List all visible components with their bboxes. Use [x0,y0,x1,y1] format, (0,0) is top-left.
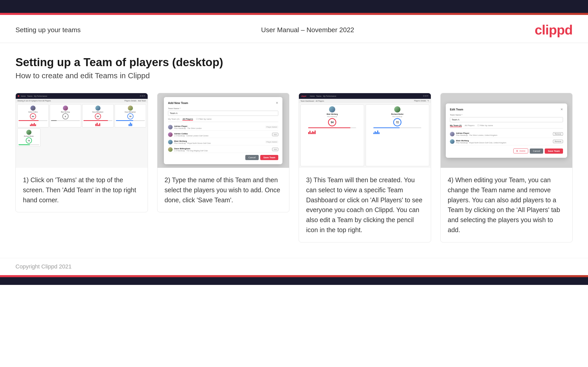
player-item-3: Blair McHarg Plus Handicap · Royal North… [168,139,278,145]
score-1: 84 [30,113,36,119]
edit-player-name-2: Blair McHarg [456,139,552,142]
card2-screenshot: Add New Team ✕ Team Name * My Team (2) A… [157,93,289,168]
player-action-2[interactable]: Add [272,133,278,136]
player-name-1: Adrian Collins [28,111,38,113]
player-club-3: Plus Handicap · Royal North Devon Golf C… [174,142,264,144]
score-3: 94 [95,113,101,119]
dash-nav-text: Home Teams My Performance [21,95,47,97]
card3-screenshot: clippd Home Teams My Performance ⊡ ⊟ ✕ T… [299,93,431,168]
card3-player-2: Richard Butler Plus Handicap 72 [366,104,429,166]
edit-tab-my-team[interactable]: My Team (2) [450,124,462,127]
copyright-text: Copyright Clippd 2021 [15,263,72,270]
player-item-1: Adrian Player Plus Handicap · The Shire … [168,124,278,130]
player-name-4: Dave Billingham [174,147,271,150]
edit-cancel-button[interactable]: Cancel [530,148,543,154]
card-4: Edit Team ✕ Team Name * My Team (2) All … [440,93,573,242]
edit-save-team-button[interactable]: Save Team [545,148,563,154]
edit-player-club-1: Plus Handicap · The Shire London, United… [456,134,552,136]
card-1: Home Teams My Performance ⊡ ⊟ ✕ Viewing … [15,93,148,212]
remove-player-2-button[interactable]: Remove [553,140,563,143]
card-2: Add New Team ✕ Team Name * My Team (2) A… [157,93,290,212]
card3-body: Blair McHarg Plus Handicap 94 [299,103,431,168]
team-name-label: Team Name * [168,107,278,110]
dialog-tabs: My Team (2) All Players ☐ Filter by name [168,118,278,122]
player-avatar-4 [128,106,133,111]
edit-tab-all-players[interactable]: All Players [465,124,475,127]
card3-detail-2: Plus Handicap [392,116,402,117]
player-club-1: Plus Handicap · The Shire London [174,127,264,129]
card1-screenshot: Home Teams My Performance ⊡ ⊟ ✕ Viewing … [16,93,148,168]
card3-chart-1 [308,130,356,134]
player-name-1: Adrian Player [174,125,264,127]
player-mini-5: Richard Butler 72 [17,128,40,146]
edit-dialog-tabs: My Team (2) All Players ☐ Filter by name [450,124,563,128]
bar-4 [116,120,145,121]
player-name-2: Blair McHarg [61,111,70,113]
score-5: 72 [26,137,32,144]
card3-bar-2 [373,127,421,128]
player-avatar-3 [95,106,100,111]
dialog-header: Add New Team ✕ [168,101,278,105]
edit-dialog-background: Edit Team ✕ Team Name * My Team (2) All … [441,93,573,168]
trash-icon: 🗑 [516,150,518,152]
card-3: clippd Home Teams My Performance ⊡ ⊟ ✕ T… [299,93,431,242]
dashboard-mockup: Home Teams My Performance ⊡ ⊟ ✕ Viewing … [16,93,148,168]
player-name-3: Blair McHarg [174,140,264,142]
delete-team-button[interactable]: 🗑 Delete [513,148,528,153]
save-team-button[interactable]: Save Team [260,155,278,160]
edit-team-name-input[interactable] [450,117,563,122]
edit-dialog-footer: 🗑 Delete Cancel Save Team [450,148,563,154]
edit-dialog-header: Edit Team ✕ [450,108,563,111]
filter-checkbox[interactable]: ☐ Filter by name [196,118,212,121]
cards-row: Home Teams My Performance ⊡ ⊟ ✕ Viewing … [15,93,573,242]
header-section-label: Setting up your teams [15,26,81,34]
player-club-4: 1.5 Handicap · The Dog Maging Golf Club [174,150,271,152]
card3-text: 3) This Team will then be created. You c… [299,168,431,242]
dash-icons: ⊡ ⊟ ✕ [140,95,146,97]
edit-player-name-1: Adrian Player [456,132,552,134]
bar-1 [19,120,47,121]
accent-bar-top [0,13,588,15]
team-name-input[interactable] [168,111,278,116]
card3-avatar-2 [394,106,400,112]
edit-filter-checkbox[interactable]: ☐ Filter by name [477,124,493,127]
tab-my-team[interactable]: My Team (2) [168,118,179,121]
logo-dot [18,95,19,97]
header-manual-label: User Manual – November 2022 [261,26,354,34]
player-avatar-5 [26,130,31,135]
card3-bar-1 [308,127,356,128]
chart-1 [30,122,36,126]
dialog-close-icon[interactable]: ✕ [276,101,278,105]
card3-player-1: Blair McHarg Plus Handicap 94 [300,104,364,166]
bottom-bar [0,277,588,285]
edit-player-row-1: Adrian Player Plus Handicap · The Shire … [450,130,563,138]
player-row-2: Richard Butler 72 [17,128,146,146]
edit-player-row-2: Blair McHarg Plus Handicap · Royal North… [450,138,563,145]
player-action-4[interactable]: Add [272,148,278,151]
card3-name-1: Blair McHarg [327,113,338,115]
player-mini-3: Dave Billingham 94 [82,104,114,127]
remove-player-1-button[interactable]: Remove [553,132,563,136]
player-action-1: Player Added [265,126,279,128]
player-list: Adrian Player Plus Handicap · The Shire … [168,124,278,153]
bar-2 [51,120,80,121]
player-info-3: Blair McHarg Plus Handicap · Royal North… [174,140,264,144]
card3-logo: clippd [301,95,306,97]
edit-dialog-close-icon[interactable]: ✕ [560,108,563,111]
player-row-1: Adrian Collins 84 [17,104,146,127]
tab-all-players[interactable]: All Players [182,118,193,121]
card2-text: 2) Type the name of this Team and then s… [157,168,289,212]
footer: Copyright Clippd 2021 [0,258,588,275]
edit-team-dialog: Edit Team ✕ Team Name * My Team (2) All … [446,103,567,158]
player-mini-1: Adrian Collins 84 [17,104,49,127]
player-action-3: Player Added [265,141,279,143]
cancel-button[interactable]: Cancel [245,155,259,160]
edit-avatar-1 [450,132,455,136]
player-name-4: Dave Billingham [125,111,136,113]
edit-info-2: Blair McHarg Plus Handicap · Royal North… [456,139,552,144]
player-avatar-4 [168,147,173,152]
card3-chart-2 [373,130,421,134]
dash-body: Adrian Collins 84 [16,103,148,168]
card3-name-2: Richard Butler [391,113,404,115]
top-bar [0,0,588,13]
